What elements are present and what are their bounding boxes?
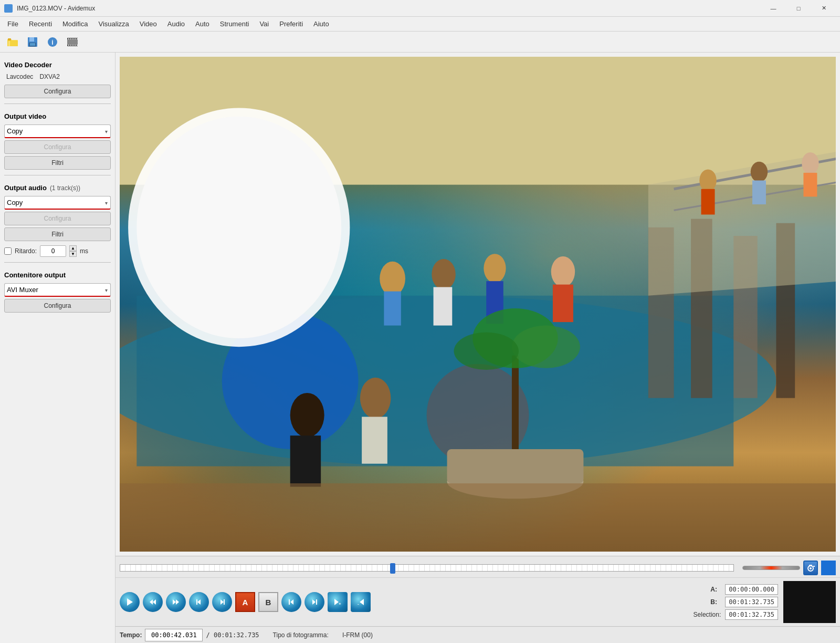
separator-3: [4, 262, 111, 263]
svg-marker-80: [197, 599, 201, 605]
toolbar-film-button[interactable]: [63, 33, 82, 51]
video-decoder-title: Video Decoder: [4, 61, 111, 69]
jump-forward-button[interactable]: +: [328, 592, 348, 612]
menu-file[interactable]: File: [2, 17, 24, 32]
step-back-button[interactable]: [189, 592, 209, 612]
step-forward-icon: [218, 598, 226, 606]
film-icon: [67, 37, 78, 47]
titlebar-left: IMG_0123.MOV - Avidemux: [4, 4, 95, 13]
rewind-icon: [149, 598, 157, 606]
output-video-dropdown[interactable]: Copy: [4, 125, 111, 138]
svg-rect-20: [70, 45, 71, 46]
toolbar: i: [0, 32, 840, 53]
output-audio-configure-button[interactable]: Configura: [4, 212, 111, 225]
ritardo-row: Ritardo: ▲ ▼ ms: [4, 245, 111, 257]
svg-point-46: [360, 378, 391, 419]
svg-rect-16: [72, 38, 74, 39]
output-container-dropdown[interactable]: AVI Muxer: [4, 283, 111, 297]
output-video-title: Output video: [4, 112, 111, 120]
frame-type-value: I-FRM (00): [342, 631, 373, 639]
play-button[interactable]: [120, 592, 140, 612]
svg-marker-75: [127, 598, 133, 606]
selection-label: Selection:: [694, 611, 721, 618]
svg-rect-45: [290, 435, 321, 486]
current-time-input[interactable]: 00:00:42.031: [145, 629, 203, 641]
svg-rect-22: [75, 45, 76, 46]
rewind-button[interactable]: [143, 592, 163, 612]
b-label: B:: [710, 598, 721, 606]
step-forward-button[interactable]: [212, 592, 232, 612]
mark-b-button[interactable]: B: [258, 592, 278, 612]
output-container-title: Contenitore output: [4, 271, 111, 279]
spin-up-button[interactable]: ▲: [69, 245, 77, 251]
ab-time-section: A: 00:00:00.000 B: 00:01:32.735 Selectio…: [694, 584, 778, 620]
a-time-row: A: 00:00:00.000: [710, 584, 778, 595]
menu-preferiti[interactable]: Preferiti: [274, 17, 308, 32]
svg-marker-88: [334, 599, 339, 605]
menu-visualizza[interactable]: Visualizza: [93, 17, 134, 32]
svg-point-63: [751, 162, 768, 182]
svg-rect-69: [120, 483, 836, 552]
menu-auto[interactable]: Auto: [190, 17, 215, 32]
video-preview: [120, 57, 836, 552]
camera-button[interactable]: [803, 561, 818, 575]
svg-rect-15: [70, 38, 71, 39]
total-time-display: / 00:01:32.735: [206, 631, 259, 639]
skip-start-button[interactable]: [281, 592, 301, 612]
menu-aiuto[interactable]: Aiuto: [308, 17, 334, 32]
output-video-filters-button[interactable]: Filtri: [4, 156, 111, 170]
left-panel: Video Decoder Lavcodec DXVA2 Configura O…: [0, 53, 116, 643]
menu-audio[interactable]: Audio: [162, 17, 190, 32]
svg-rect-6: [29, 37, 34, 42]
tempo-label: Tempo:: [120, 631, 142, 639]
separator-2: [4, 175, 111, 175]
svg-rect-18: [77, 38, 78, 39]
volume-track[interactable]: [742, 566, 800, 570]
skip-start-icon: [288, 598, 295, 606]
toolbar-info-button[interactable]: i: [43, 33, 62, 51]
jump-back-button[interactable]: -: [351, 592, 371, 612]
spin-buttons: ▲ ▼: [69, 245, 77, 257]
svg-marker-82: [220, 599, 224, 605]
timeline-bar[interactable]: [120, 564, 734, 572]
timeline-thumb[interactable]: [390, 563, 395, 574]
video-decoder-configure-button[interactable]: Configura: [4, 85, 111, 98]
titlebar-controls: — □ ✕: [761, 0, 836, 17]
svg-point-61: [699, 169, 716, 191]
output-audio-dropdown[interactable]: Copy: [4, 196, 111, 210]
svg-point-38: [432, 259, 455, 289]
mark-a-button[interactable]: A: [235, 592, 255, 612]
output-audio-filters-button[interactable]: Filtri: [4, 227, 111, 241]
output-video-dropdown-wrapper: Copy ▾: [4, 125, 111, 138]
play-icon: [126, 598, 133, 606]
svg-rect-17: [75, 38, 76, 39]
spin-down-button[interactable]: ▼: [69, 251, 77, 257]
video-scene-svg: [120, 57, 836, 552]
menu-strumenti[interactable]: Strumenti: [215, 17, 255, 32]
ritardo-input[interactable]: [40, 245, 66, 257]
close-button[interactable]: ✕: [812, 0, 836, 17]
maximize-button[interactable]: □: [786, 0, 811, 17]
svg-point-72: [810, 567, 812, 569]
svg-point-44: [290, 393, 324, 437]
svg-marker-78: [173, 599, 176, 605]
menu-video[interactable]: Video: [134, 17, 162, 32]
svg-rect-4: [8, 41, 10, 46]
ritardo-checkbox[interactable]: [4, 247, 12, 255]
video-frame: [120, 57, 836, 552]
menu-vai[interactable]: Vai: [254, 17, 274, 32]
menu-recenti[interactable]: Recenti: [24, 17, 57, 32]
menu-modifica[interactable]: Modifica: [57, 17, 93, 32]
output-container-configure-button[interactable]: Configura: [4, 299, 111, 313]
svg-text:+: +: [339, 601, 341, 606]
svg-rect-73: [809, 565, 812, 566]
minimize-button[interactable]: —: [761, 0, 785, 17]
svg-marker-77: [153, 599, 156, 605]
skip-end-button[interactable]: [304, 592, 324, 612]
output-video-configure-button[interactable]: Configura: [4, 140, 111, 154]
toolbar-open-button[interactable]: [3, 33, 22, 51]
svg-marker-84: [290, 599, 293, 605]
camera-icon: [806, 564, 815, 572]
fast-forward-button[interactable]: [166, 592, 186, 612]
toolbar-save-button[interactable]: [23, 33, 42, 51]
